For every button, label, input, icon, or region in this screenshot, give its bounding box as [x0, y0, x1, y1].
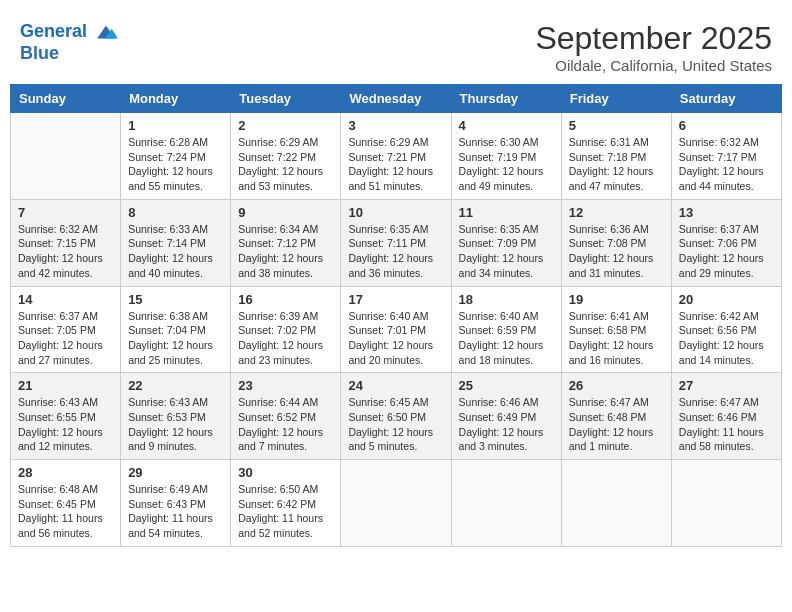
- calendar-header-thursday: Thursday: [451, 85, 561, 113]
- calendar-day-cell: 6Sunrise: 6:32 AMSunset: 7:17 PMDaylight…: [671, 113, 781, 200]
- calendar-day-cell: 7Sunrise: 6:32 AMSunset: 7:15 PMDaylight…: [11, 199, 121, 286]
- day-number: 27: [679, 378, 774, 393]
- day-info: Sunrise: 6:45 AMSunset: 6:50 PMDaylight:…: [348, 395, 443, 454]
- calendar-header-row: SundayMondayTuesdayWednesdayThursdayFrid…: [11, 85, 782, 113]
- day-number: 3: [348, 118, 443, 133]
- day-number: 12: [569, 205, 664, 220]
- calendar-day-cell: 20Sunrise: 6:42 AMSunset: 6:56 PMDayligh…: [671, 286, 781, 373]
- day-info: Sunrise: 6:35 AMSunset: 7:11 PMDaylight:…: [348, 222, 443, 281]
- day-info: Sunrise: 6:47 AMSunset: 6:46 PMDaylight:…: [679, 395, 774, 454]
- day-number: 17: [348, 292, 443, 307]
- day-info: Sunrise: 6:47 AMSunset: 6:48 PMDaylight:…: [569, 395, 664, 454]
- day-number: 13: [679, 205, 774, 220]
- day-info: Sunrise: 6:37 AMSunset: 7:05 PMDaylight:…: [18, 309, 113, 368]
- calendar-day-cell: 27Sunrise: 6:47 AMSunset: 6:46 PMDayligh…: [671, 373, 781, 460]
- logo-icon: [94, 20, 118, 44]
- day-number: 11: [459, 205, 554, 220]
- day-info: Sunrise: 6:32 AMSunset: 7:17 PMDaylight:…: [679, 135, 774, 194]
- day-info: Sunrise: 6:30 AMSunset: 7:19 PMDaylight:…: [459, 135, 554, 194]
- calendar-day-cell: 14Sunrise: 6:37 AMSunset: 7:05 PMDayligh…: [11, 286, 121, 373]
- calendar-header-sunday: Sunday: [11, 85, 121, 113]
- day-number: 28: [18, 465, 113, 480]
- calendar-day-cell: [451, 460, 561, 547]
- month-title: September 2025: [535, 20, 772, 57]
- calendar-day-cell: 22Sunrise: 6:43 AMSunset: 6:53 PMDayligh…: [121, 373, 231, 460]
- calendar-week-row: 21Sunrise: 6:43 AMSunset: 6:55 PMDayligh…: [11, 373, 782, 460]
- day-info: Sunrise: 6:32 AMSunset: 7:15 PMDaylight:…: [18, 222, 113, 281]
- day-info: Sunrise: 6:34 AMSunset: 7:12 PMDaylight:…: [238, 222, 333, 281]
- calendar-header-saturday: Saturday: [671, 85, 781, 113]
- calendar-day-cell: 30Sunrise: 6:50 AMSunset: 6:42 PMDayligh…: [231, 460, 341, 547]
- calendar-table: SundayMondayTuesdayWednesdayThursdayFrid…: [10, 84, 782, 547]
- day-number: 10: [348, 205, 443, 220]
- calendar-day-cell: 15Sunrise: 6:38 AMSunset: 7:04 PMDayligh…: [121, 286, 231, 373]
- day-info: Sunrise: 6:28 AMSunset: 7:24 PMDaylight:…: [128, 135, 223, 194]
- day-number: 8: [128, 205, 223, 220]
- day-info: Sunrise: 6:49 AMSunset: 6:43 PMDaylight:…: [128, 482, 223, 541]
- day-number: 5: [569, 118, 664, 133]
- day-info: Sunrise: 6:29 AMSunset: 7:21 PMDaylight:…: [348, 135, 443, 194]
- calendar-day-cell: [561, 460, 671, 547]
- calendar-day-cell: 17Sunrise: 6:40 AMSunset: 7:01 PMDayligh…: [341, 286, 451, 373]
- calendar-day-cell: 2Sunrise: 6:29 AMSunset: 7:22 PMDaylight…: [231, 113, 341, 200]
- calendar-header-tuesday: Tuesday: [231, 85, 341, 113]
- calendar-week-row: 7Sunrise: 6:32 AMSunset: 7:15 PMDaylight…: [11, 199, 782, 286]
- day-info: Sunrise: 6:43 AMSunset: 6:55 PMDaylight:…: [18, 395, 113, 454]
- calendar-day-cell: 28Sunrise: 6:48 AMSunset: 6:45 PMDayligh…: [11, 460, 121, 547]
- calendar-header-monday: Monday: [121, 85, 231, 113]
- day-number: 2: [238, 118, 333, 133]
- calendar-day-cell: 5Sunrise: 6:31 AMSunset: 7:18 PMDaylight…: [561, 113, 671, 200]
- day-number: 14: [18, 292, 113, 307]
- day-info: Sunrise: 6:39 AMSunset: 7:02 PMDaylight:…: [238, 309, 333, 368]
- day-number: 15: [128, 292, 223, 307]
- day-number: 24: [348, 378, 443, 393]
- calendar-week-row: 14Sunrise: 6:37 AMSunset: 7:05 PMDayligh…: [11, 286, 782, 373]
- day-number: 18: [459, 292, 554, 307]
- calendar-day-cell: [671, 460, 781, 547]
- calendar-week-row: 28Sunrise: 6:48 AMSunset: 6:45 PMDayligh…: [11, 460, 782, 547]
- day-number: 26: [569, 378, 664, 393]
- day-info: Sunrise: 6:33 AMSunset: 7:14 PMDaylight:…: [128, 222, 223, 281]
- calendar-day-cell: 9Sunrise: 6:34 AMSunset: 7:12 PMDaylight…: [231, 199, 341, 286]
- day-number: 19: [569, 292, 664, 307]
- day-info: Sunrise: 6:43 AMSunset: 6:53 PMDaylight:…: [128, 395, 223, 454]
- day-info: Sunrise: 6:41 AMSunset: 6:58 PMDaylight:…: [569, 309, 664, 368]
- day-info: Sunrise: 6:35 AMSunset: 7:09 PMDaylight:…: [459, 222, 554, 281]
- calendar-day-cell: 18Sunrise: 6:40 AMSunset: 6:59 PMDayligh…: [451, 286, 561, 373]
- calendar-day-cell: 16Sunrise: 6:39 AMSunset: 7:02 PMDayligh…: [231, 286, 341, 373]
- calendar-day-cell: 10Sunrise: 6:35 AMSunset: 7:11 PMDayligh…: [341, 199, 451, 286]
- day-number: 30: [238, 465, 333, 480]
- day-number: 6: [679, 118, 774, 133]
- calendar-day-cell: 4Sunrise: 6:30 AMSunset: 7:19 PMDaylight…: [451, 113, 561, 200]
- day-info: Sunrise: 6:40 AMSunset: 7:01 PMDaylight:…: [348, 309, 443, 368]
- calendar-day-cell: 11Sunrise: 6:35 AMSunset: 7:09 PMDayligh…: [451, 199, 561, 286]
- day-number: 21: [18, 378, 113, 393]
- calendar-week-row: 1Sunrise: 6:28 AMSunset: 7:24 PMDaylight…: [11, 113, 782, 200]
- day-info: Sunrise: 6:42 AMSunset: 6:56 PMDaylight:…: [679, 309, 774, 368]
- title-area: September 2025 Oildale, California, Unit…: [535, 20, 772, 74]
- day-number: 20: [679, 292, 774, 307]
- day-info: Sunrise: 6:38 AMSunset: 7:04 PMDaylight:…: [128, 309, 223, 368]
- header: General Blue September 2025 Oildale, Cal…: [10, 10, 782, 79]
- logo: General Blue: [20, 20, 118, 64]
- calendar-header-wednesday: Wednesday: [341, 85, 451, 113]
- day-info: Sunrise: 6:29 AMSunset: 7:22 PMDaylight:…: [238, 135, 333, 194]
- calendar-day-cell: 19Sunrise: 6:41 AMSunset: 6:58 PMDayligh…: [561, 286, 671, 373]
- day-number: 29: [128, 465, 223, 480]
- calendar-day-cell: 3Sunrise: 6:29 AMSunset: 7:21 PMDaylight…: [341, 113, 451, 200]
- day-number: 23: [238, 378, 333, 393]
- calendar-day-cell: 12Sunrise: 6:36 AMSunset: 7:08 PMDayligh…: [561, 199, 671, 286]
- day-info: Sunrise: 6:50 AMSunset: 6:42 PMDaylight:…: [238, 482, 333, 541]
- calendar-day-cell: 21Sunrise: 6:43 AMSunset: 6:55 PMDayligh…: [11, 373, 121, 460]
- calendar-day-cell: [341, 460, 451, 547]
- day-number: 16: [238, 292, 333, 307]
- day-info: Sunrise: 6:46 AMSunset: 6:49 PMDaylight:…: [459, 395, 554, 454]
- calendar-day-cell: 23Sunrise: 6:44 AMSunset: 6:52 PMDayligh…: [231, 373, 341, 460]
- logo-text: General: [20, 20, 118, 44]
- day-number: 4: [459, 118, 554, 133]
- day-number: 1: [128, 118, 223, 133]
- calendar-day-cell: 25Sunrise: 6:46 AMSunset: 6:49 PMDayligh…: [451, 373, 561, 460]
- day-info: Sunrise: 6:36 AMSunset: 7:08 PMDaylight:…: [569, 222, 664, 281]
- calendar-header-friday: Friday: [561, 85, 671, 113]
- location-title: Oildale, California, United States: [535, 57, 772, 74]
